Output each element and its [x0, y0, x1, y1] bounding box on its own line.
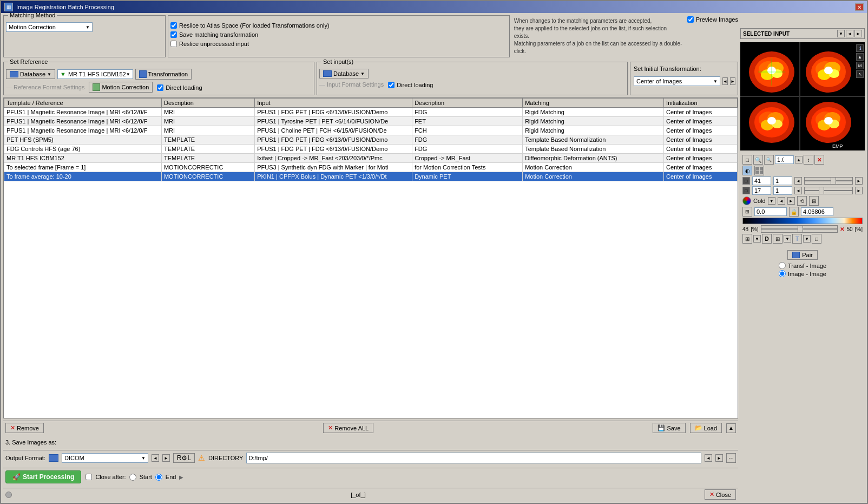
end-radio[interactable] [155, 474, 162, 481]
save-matching-checkbox[interactable] [170, 31, 177, 38]
colormap-dropdown[interactable]: ▼ [768, 197, 775, 205]
transf-image-radio[interactable] [779, 262, 786, 269]
ref-direct-loading-checkbox[interactable] [157, 84, 163, 91]
zoom-up-icon[interactable]: ▲ [856, 53, 864, 61]
colormap-reset[interactable]: ⟲ [797, 196, 807, 206]
main-window: ▦ Image Registration Batch Processing ✕ … [0, 0, 868, 504]
lock-icon[interactable]: 🔒 [789, 207, 799, 217]
jobs-table-container: Template / Reference Description Input D… [3, 97, 738, 418]
matching-method-group: Matching Method Motion Correction ▼ [3, 15, 166, 57]
directory-input[interactable] [246, 453, 701, 463]
next-arrow[interactable]: ► [730, 77, 735, 85]
remove-all-label: Remove ALL [334, 425, 369, 431]
template-dropdown[interactable]: ▼ MR T1 HFS ICBM152 ▼ [57, 69, 133, 79]
single-view-button[interactable]: ◐ [742, 166, 752, 175]
grid-view-button[interactable]: ⊞ [742, 234, 752, 244]
extra-button[interactable]: □ [812, 234, 821, 244]
zoom-down-icon[interactable]: M [856, 62, 864, 69]
cell-4: Template Based Normalization [523, 135, 664, 145]
input-database-button[interactable]: Database ▼ [319, 69, 369, 78]
table-dropdown-arrow[interactable]: ▼ [784, 235, 791, 243]
table-row[interactable]: PFUS1 | Magnetic Resonance Image | MRI <… [4, 108, 738, 117]
load-button[interactable]: 📂 Load [690, 423, 722, 433]
info-icon[interactable]: ℹ [856, 44, 864, 52]
quad-view-button[interactable] [754, 166, 764, 175]
format-prev[interactable]: ◄ [152, 454, 159, 462]
cursor-dropdown-arrow[interactable]: ▼ [803, 235, 811, 243]
reslice-atlas-checkbox[interactable] [170, 22, 177, 29]
selected-input-prev[interactable]: ◄ [846, 30, 853, 37]
remove-button[interactable]: ✕ Remove [5, 423, 44, 433]
slice2-next[interactable]: ► [855, 187, 863, 194]
close-after-row: Close after: Start End ▶ [86, 474, 183, 481]
slice1-next[interactable]: ► [855, 177, 863, 185]
slice2-step-input[interactable] [773, 186, 792, 195]
prev-arrow[interactable]: ◄ [722, 77, 728, 85]
close-button[interactable]: ✕ Close [705, 489, 736, 500]
slice1-step-input[interactable] [773, 176, 792, 185]
format-next[interactable]: ► [162, 454, 170, 462]
remove-all-button[interactable]: ✕ Remove ALL [323, 423, 373, 433]
table-row[interactable]: To selected frame [Frame = 1]MOTIONCORRE… [4, 163, 738, 172]
set-initial-dropdown[interactable]: Center of Images ▼ [634, 76, 720, 86]
display-button[interactable]: D [762, 234, 772, 244]
table-row[interactable]: MR T1 HFS ICBM152TEMPLATEIxifast | Cropp… [4, 154, 738, 163]
zoom-out-button[interactable]: 🔍 [764, 155, 774, 165]
preview-images-checkbox[interactable] [687, 16, 694, 23]
table-row[interactable]: FDG Controls HFS (age 76)TEMPLATEPFUS1 |… [4, 145, 738, 154]
pair-button[interactable]: Pair [787, 250, 818, 260]
dir-options-button[interactable]: ⋯ [726, 453, 736, 463]
col-matching: Matching [523, 99, 664, 108]
max-value-input[interactable] [801, 207, 833, 216]
reference-database-button[interactable]: Database ▼ [6, 69, 55, 79]
cell-3: FDG [412, 145, 523, 154]
close-window-button[interactable]: ✕ [855, 3, 864, 11]
start-processing-button[interactable]: 🚀 Start Processing [5, 470, 81, 483]
input-direct-loading-checkbox[interactable] [388, 82, 394, 88]
output-format-dropdown[interactable]: DICOM ▼ [62, 453, 148, 463]
image-image-radio[interactable] [779, 270, 786, 277]
start-radio[interactable] [129, 474, 136, 481]
table-row[interactable]: To frame average: 10-20MOTIONCORRECTICPK… [4, 172, 738, 181]
range-reset-button[interactable]: ✕ [840, 226, 844, 232]
upload-button[interactable]: ▲ [726, 423, 736, 433]
radio-row: Transf - Image Image - Image [779, 262, 826, 277]
dir-next[interactable]: ► [715, 454, 723, 462]
colormap-next[interactable]: ► [787, 197, 795, 205]
range-slider[interactable] [761, 225, 838, 233]
table-row[interactable]: PFUS1 | Magnetic Resonance Image | MRI <… [4, 126, 738, 135]
chevron-down-icon: ▼ [713, 79, 718, 84]
view-dropdown-arrow[interactable]: ▼ [753, 235, 761, 243]
zoom-value-input[interactable] [775, 155, 794, 164]
reslice-unprocessed-checkbox[interactable] [170, 41, 177, 47]
fit-button[interactable]: ↕ [804, 155, 813, 165]
table-view-button[interactable]: ⊞ [773, 234, 782, 244]
slice2-prev[interactable]: ◄ [794, 187, 802, 194]
slice2-slider[interactable] [804, 187, 853, 194]
format-extra-button[interactable]: R⚙L [173, 453, 195, 463]
selected-input-dropdown-arrow[interactable]: ▼ [837, 30, 845, 37]
cursor-icon[interactable]: ↖ [856, 70, 864, 78]
slice1-prev[interactable]: ◄ [794, 177, 802, 185]
table-row[interactable]: PET HFS (SPM5)TEMPLATEPFUS1 | FDG PET | … [4, 135, 738, 145]
zoom-up-button[interactable]: ▲ [795, 156, 803, 163]
transformation-button[interactable]: Transformation [135, 69, 192, 80]
selected-input-next[interactable]: ► [854, 30, 862, 37]
matching-method-dropdown[interactable]: Motion Correction ▼ [6, 22, 93, 32]
dir-prev[interactable]: ◄ [705, 454, 712, 462]
reset-zoom-button[interactable]: ✕ [814, 155, 824, 165]
view-options-button[interactable]: □ [742, 155, 752, 165]
table-row[interactable]: PFUS1 | Magnetic Resonance Image | MRI <… [4, 117, 738, 126]
save-button[interactable]: 💾 Save [653, 423, 685, 433]
slice2-input[interactable] [752, 186, 771, 195]
colormap-prev[interactable]: ◄ [778, 197, 785, 205]
slice1-input[interactable] [752, 176, 771, 185]
motion-correction-button[interactable]: Motion Correction [89, 82, 153, 93]
colormap-options[interactable]: ⊞ [809, 196, 819, 206]
zoom-in-button[interactable]: 🔍 [753, 155, 763, 165]
slice1-slider[interactable] [804, 177, 853, 185]
pair-label: Pair [802, 252, 813, 258]
close-after-checkbox[interactable] [86, 474, 92, 480]
cursor-mode-button[interactable]: T [792, 234, 802, 244]
min-value-input[interactable] [754, 207, 787, 216]
